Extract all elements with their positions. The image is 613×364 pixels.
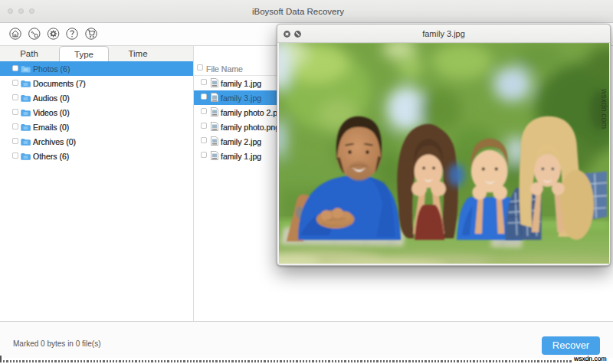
svg-text:wsxdn.com: wsxdn.com: [600, 88, 608, 129]
